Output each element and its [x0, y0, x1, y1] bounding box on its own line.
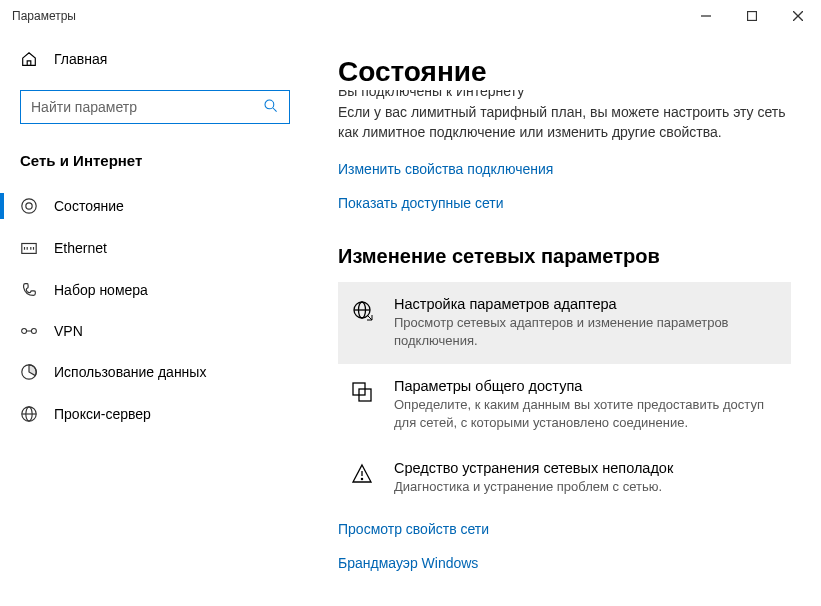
sidebar-item-label: Ethernet: [54, 240, 107, 256]
sidebar-item-ethernet[interactable]: Ethernet: [0, 227, 310, 269]
sharing-icon: [348, 378, 376, 404]
sidebar-item-label: VPN: [54, 323, 83, 339]
maximize-button[interactable]: [729, 0, 775, 32]
link-firewall[interactable]: Брандмауэр Windows: [338, 555, 791, 571]
status-icon: [20, 197, 38, 215]
svg-point-22: [361, 479, 362, 480]
window-controls: [683, 0, 821, 32]
sidebar-item-status[interactable]: Состояние: [0, 185, 310, 227]
row-troubleshoot[interactable]: Средство устранения сетевых неполадок Ди…: [338, 446, 791, 510]
link-show-networks[interactable]: Показать доступные сети: [338, 195, 791, 211]
content: Состояние Вы подключены к Интернету Если…: [310, 32, 821, 606]
adapter-icon: [348, 296, 376, 322]
row-sub: Определите, к каким данным вы хотите пре…: [394, 396, 781, 432]
vpn-icon: [20, 323, 38, 339]
minimize-button[interactable]: [683, 0, 729, 32]
svg-point-10: [31, 329, 36, 334]
row-adapter-options[interactable]: Настройка параметров адаптера Просмотр с…: [338, 282, 791, 364]
row-sharing-options[interactable]: Параметры общего доступа Определите, к к…: [338, 364, 791, 446]
link-view-properties[interactable]: Просмотр свойств сети: [338, 521, 791, 537]
row-label: Средство устранения сетевых неполадок: [394, 460, 781, 476]
close-button[interactable]: [775, 0, 821, 32]
proxy-icon: [20, 405, 38, 423]
svg-point-7: [26, 203, 32, 209]
sidebar-item-vpn[interactable]: VPN: [0, 311, 310, 351]
sidebar-item-label: Состояние: [54, 198, 124, 214]
search-box[interactable]: [20, 90, 290, 124]
sidebar: Главная Сеть и Интернет Состояние Ethern…: [0, 32, 310, 606]
sidebar-item-dialup[interactable]: Набор номера: [0, 269, 310, 311]
dialup-icon: [20, 281, 38, 299]
home-label: Главная: [54, 51, 107, 67]
svg-line-5: [273, 108, 277, 112]
sidebar-item-proxy[interactable]: Прокси-сервер: [0, 393, 310, 435]
svg-point-4: [265, 100, 274, 109]
svg-point-9: [22, 329, 27, 334]
window-title: Параметры: [12, 9, 683, 23]
svg-point-6: [22, 199, 36, 213]
datausage-icon: [20, 363, 38, 381]
sidebar-item-label: Использование данных: [54, 364, 206, 380]
sidebar-item-label: Набор номера: [54, 282, 148, 298]
sidebar-item-label: Прокси-сервер: [54, 406, 151, 422]
svg-rect-1: [748, 12, 757, 21]
ethernet-icon: [20, 239, 38, 257]
titlebar: Параметры: [0, 0, 821, 32]
row-label: Параметры общего доступа: [394, 378, 781, 394]
sidebar-category: Сеть и Интернет: [0, 144, 310, 185]
search-input[interactable]: [31, 99, 263, 115]
row-sub: Диагностика и устранение проблем с сетью…: [394, 478, 781, 496]
clipped-prev-line: Вы подключены к Интернету: [338, 90, 791, 100]
home-link[interactable]: Главная: [0, 40, 310, 78]
link-change-connection[interactable]: Изменить свойства подключения: [338, 161, 791, 177]
status-description: Если у вас лимитный тарифный план, вы мо…: [338, 102, 791, 143]
page-title: Состояние: [338, 56, 791, 88]
sidebar-item-datausage[interactable]: Использование данных: [0, 351, 310, 393]
search-icon: [263, 98, 279, 117]
row-label: Настройка параметров адаптера: [394, 296, 781, 312]
section-heading: Изменение сетевых параметров: [338, 245, 791, 268]
home-icon: [20, 50, 38, 68]
row-sub: Просмотр сетевых адаптеров и изменение п…: [394, 314, 781, 350]
troubleshoot-icon: [348, 460, 376, 486]
